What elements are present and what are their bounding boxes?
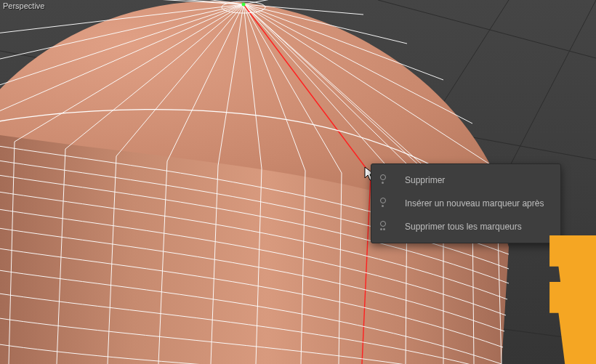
trash-icon bbox=[382, 219, 400, 234]
menu-item-delete[interactable]: Supprimer bbox=[371, 169, 560, 192]
svg-point-35 bbox=[242, 3, 246, 7]
context-menu: Supprimer Insérer un nouveau marqueur ap… bbox=[371, 163, 561, 243]
viewport-label: Perspective bbox=[3, 1, 44, 10]
insert-plus-icon bbox=[382, 196, 400, 211]
viewport-3d[interactable]: Perspective Supprimer bbox=[0, 0, 596, 364]
trash-icon bbox=[382, 173, 400, 187]
